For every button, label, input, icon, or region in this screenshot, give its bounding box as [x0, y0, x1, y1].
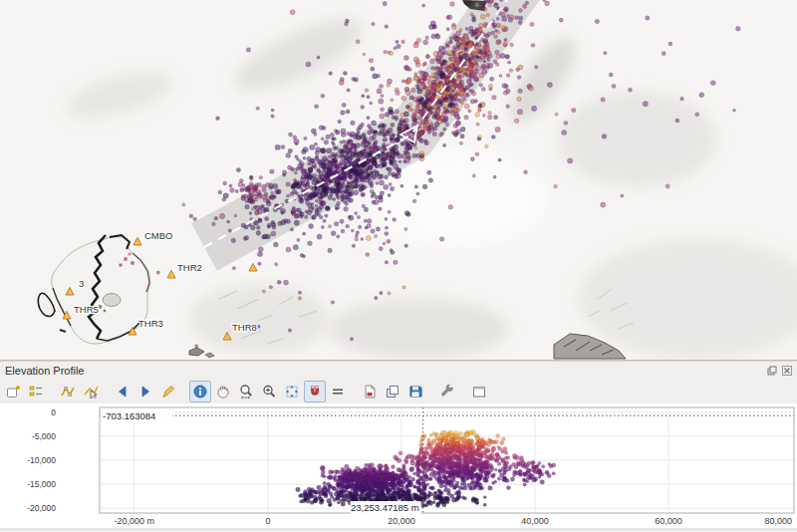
export-as-pdf-icon	[362, 384, 378, 399]
toolbar-export-as-image-button[interactable]	[382, 381, 403, 402]
svg-text:3: 3	[79, 278, 84, 289]
export-as-image-icon	[385, 384, 400, 399]
cursor-elevation-readout: -703.163084	[103, 410, 155, 421]
toolbar-capture-curve-from-feature-button[interactable]	[80, 381, 102, 402]
svg-text:-10,000: -10,000	[27, 455, 56, 465]
qgis-window: { "panel": { "titlebar": { "title": "Ele…	[0, 0, 797, 532]
island-santorini	[38, 235, 149, 344]
capture-curve-icon	[60, 384, 76, 399]
add-layers-icon	[5, 384, 21, 399]
svg-text:-20,000: -20,000	[27, 503, 56, 513]
svg-text:THR2: THR2	[177, 262, 202, 273]
svg-text:0: 0	[51, 407, 56, 417]
svg-text:-20,000 m: -20,000 m	[115, 516, 155, 526]
svg-text:80,000: 80,000	[764, 516, 792, 526]
zoom-full-icon	[284, 384, 300, 399]
svg-text:THR5: THR5	[74, 304, 99, 315]
toolbar-export-as-pdf-button[interactable]	[359, 381, 381, 402]
toolbar-zoom-x-axis-button[interactable]	[235, 381, 257, 402]
svg-text:20,000: 20,000	[388, 516, 415, 526]
toolbar-show-layer-tree-button[interactable]	[25, 381, 47, 402]
toolbar-nudge-left-button[interactable]	[112, 381, 133, 402]
capture-curve-from-feature-icon	[83, 384, 99, 399]
svg-text:CMBO: CMBO	[144, 230, 173, 241]
nudge-right-icon	[137, 384, 153, 399]
svg-text:60,000: 60,000	[655, 516, 682, 526]
toolbar-options-button[interactable]	[436, 381, 458, 402]
svg-text:-15,000: -15,000	[27, 479, 56, 489]
elevation-profile-panel: Elevation Profile -703.16308423,253.4718…	[0, 361, 797, 532]
map-canvas[interactable]: CMBOTHR23THR5THR3THR8	[0, 0, 797, 361]
zoom-icon	[261, 384, 277, 399]
toolbar-identify-features-button[interactable]	[189, 381, 211, 402]
elevation-profile-chart[interactable]: -703.16308423,253.47185 m0-5,000-10,000-…	[0, 403, 797, 532]
toolbar-clear-button[interactable]	[157, 381, 179, 402]
pan-icon	[215, 384, 231, 399]
clear-icon	[160, 384, 176, 399]
panel-titlebar: Elevation Profile	[0, 362, 797, 380]
toolbar-nudge-right-button[interactable]	[134, 381, 156, 402]
toolbar-pan-button[interactable]	[212, 381, 234, 402]
toolbar-save-profile-button[interactable]	[404, 381, 426, 402]
options-icon	[439, 384, 455, 399]
nudge-left-icon	[115, 384, 131, 399]
identify-features-icon	[192, 384, 208, 399]
svg-text:THR3: THR3	[138, 318, 163, 329]
svg-text:THR8: THR8	[232, 322, 257, 333]
enable-snapping-icon	[307, 384, 323, 399]
toolbar-add-layers-button[interactable]	[2, 381, 24, 402]
cursor-distance-tooltip: 23,253.47185 m	[351, 502, 419, 513]
svg-text:0: 0	[265, 516, 270, 526]
toolbar-capture-curve-button[interactable]	[57, 381, 79, 402]
toolbar-zoom-full-button[interactable]	[281, 381, 303, 402]
measure-distances-icon	[330, 384, 346, 399]
svg-text:40,000: 40,000	[521, 516, 549, 526]
dock-icon	[471, 384, 487, 399]
zoom-x-axis-icon	[238, 384, 254, 399]
save-profile-icon	[407, 384, 423, 399]
toolbar-dock-button[interactable]	[468, 381, 490, 402]
close-panel-icon[interactable]	[781, 365, 793, 377]
toolbar-zoom-button[interactable]	[258, 381, 280, 402]
show-layer-tree-icon	[28, 384, 44, 399]
panel-title: Elevation Profile	[0, 365, 766, 377]
island-small-southwest	[189, 348, 214, 358]
toolbar-measure-distances-button[interactable]	[327, 381, 349, 402]
float-panel-icon[interactable]	[766, 365, 778, 377]
profile-toolbar	[0, 380, 797, 403]
svg-text:-5,000: -5,000	[32, 431, 56, 441]
toolbar-enable-snapping-button[interactable]	[304, 381, 326, 402]
